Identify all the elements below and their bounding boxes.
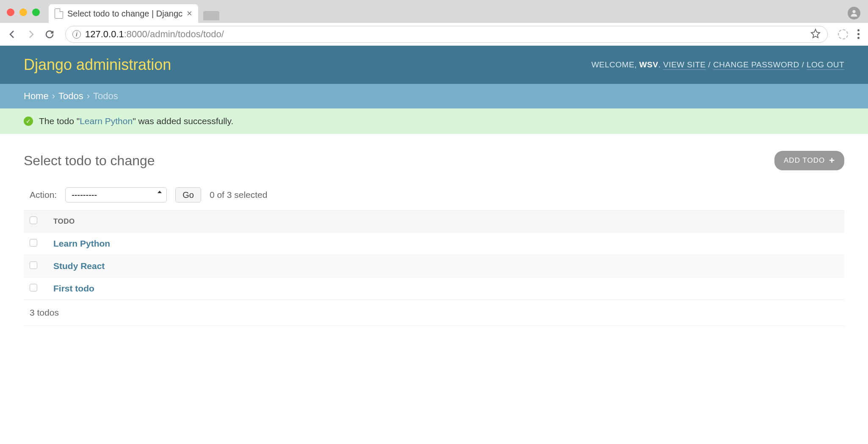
admin-header: Django administration WELCOME, WSV. VIEW… bbox=[0, 46, 868, 84]
content: Select todo to change ADD TODO + Action:… bbox=[0, 134, 868, 343]
reload-button[interactable] bbox=[44, 29, 55, 40]
window-minimize-icon[interactable] bbox=[19, 8, 27, 16]
breadcrumb-current: Todos bbox=[93, 91, 118, 102]
selection-count: 0 of 3 selected bbox=[210, 190, 268, 200]
browser-menu-icon[interactable] bbox=[856, 28, 861, 41]
table-row: First todo bbox=[24, 278, 844, 300]
window-maximize-icon[interactable] bbox=[32, 8, 40, 16]
add-todo-button[interactable]: ADD TODO + bbox=[774, 151, 844, 170]
svg-point-0 bbox=[852, 10, 855, 13]
row-checkbox[interactable] bbox=[30, 239, 37, 247]
page-title: Select todo to change bbox=[24, 153, 155, 169]
address-bar[interactable]: i 127.0.0.1:8000/admin/todos/todo/ bbox=[65, 26, 828, 43]
username: WSV bbox=[639, 60, 658, 69]
action-bar: Action: --------- Go 0 of 3 selected bbox=[24, 187, 844, 210]
plus-icon: + bbox=[829, 155, 835, 166]
browser-tab[interactable]: Select todo to change | Djangc × bbox=[49, 4, 198, 23]
view-site-link[interactable]: VIEW SITE bbox=[663, 60, 706, 70]
close-tab-icon[interactable]: × bbox=[187, 8, 192, 19]
message-text: The todo "Learn Python" was added succes… bbox=[39, 116, 233, 126]
site-title: Django administration bbox=[24, 56, 171, 74]
check-icon: ✓ bbox=[24, 117, 33, 126]
forward-button[interactable] bbox=[25, 29, 36, 40]
row-link[interactable]: Study React bbox=[53, 261, 105, 271]
user-links: WELCOME, WSV. VIEW SITE / CHANGE PASSWOR… bbox=[592, 60, 844, 69]
go-button[interactable]: Go bbox=[175, 187, 201, 203]
tab-title: Select todo to change | Djangc bbox=[67, 9, 182, 19]
site-info-icon[interactable]: i bbox=[72, 30, 81, 39]
new-tab-button[interactable] bbox=[203, 11, 219, 20]
breadcrumb-sep-icon: › bbox=[87, 91, 90, 102]
logout-link[interactable]: LOG OUT bbox=[807, 60, 844, 70]
paginator: 3 todos bbox=[24, 300, 844, 326]
breadcrumb-home[interactable]: Home bbox=[24, 91, 49, 102]
page-favicon-icon bbox=[55, 8, 63, 19]
extension-icon[interactable] bbox=[838, 29, 848, 39]
column-header-todo[interactable]: TODO bbox=[47, 211, 844, 233]
select-all-checkbox[interactable] bbox=[30, 216, 37, 224]
change-password-link[interactable]: CHANGE PASSWORD bbox=[713, 60, 799, 70]
back-button[interactable] bbox=[7, 29, 18, 40]
window-controls bbox=[7, 8, 40, 16]
browser-tab-bar: Select todo to change | Djangc × bbox=[0, 0, 868, 23]
results-table: TODO Learn Python Study React First todo bbox=[24, 210, 844, 300]
bookmark-star-icon[interactable] bbox=[810, 28, 821, 40]
content-header: Select todo to change ADD TODO + bbox=[24, 151, 844, 170]
row-link[interactable]: First todo bbox=[53, 283, 94, 293]
breadcrumb: Home › Todos › Todos bbox=[0, 84, 868, 108]
window-close-icon[interactable] bbox=[7, 8, 14, 16]
table-row: Learn Python bbox=[24, 233, 844, 255]
action-label: Action: bbox=[30, 190, 57, 200]
row-checkbox[interactable] bbox=[30, 261, 37, 269]
row-checkbox[interactable] bbox=[30, 284, 37, 291]
message-object-link[interactable]: Learn Python bbox=[80, 116, 133, 126]
success-message: ✓ The todo "Learn Python" was added succ… bbox=[0, 108, 868, 134]
url-text: 127.0.0.1:8000/admin/todos/todo/ bbox=[85, 29, 224, 40]
breadcrumb-app[interactable]: Todos bbox=[58, 91, 83, 102]
breadcrumb-sep-icon: › bbox=[52, 91, 55, 102]
action-select[interactable]: --------- bbox=[65, 187, 167, 203]
row-link[interactable]: Learn Python bbox=[53, 239, 110, 248]
table-row: Study React bbox=[24, 255, 844, 278]
add-button-label: ADD TODO bbox=[784, 156, 825, 165]
profile-icon[interactable] bbox=[848, 7, 860, 19]
welcome-text: WELCOME, bbox=[592, 60, 639, 69]
browser-toolbar: i 127.0.0.1:8000/admin/todos/todo/ bbox=[0, 23, 868, 46]
